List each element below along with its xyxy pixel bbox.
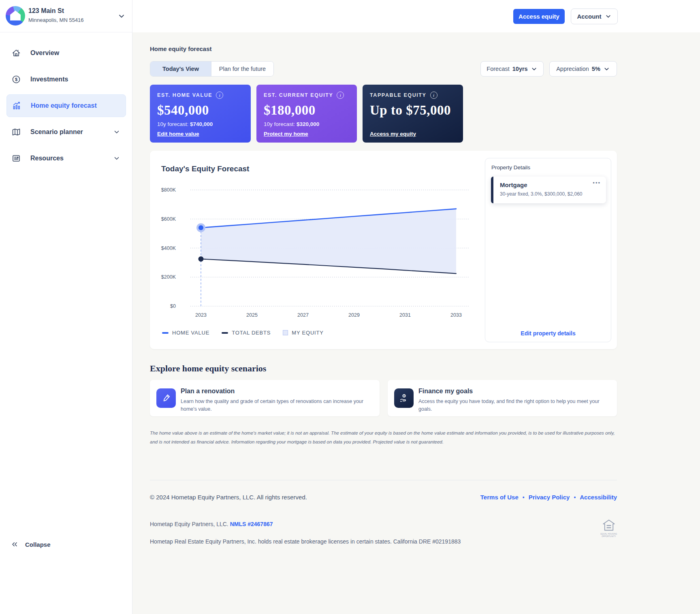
forecast-amount: $320,000 — [297, 121, 319, 127]
dot-separator: • — [523, 494, 525, 501]
est-current-equity-amount: $180,000 — [264, 103, 350, 118]
page-title: Home equity forecast — [150, 45, 212, 52]
sidebar-item-home-equity-forecast[interactable]: Home equity forecast — [6, 94, 126, 117]
account-menu-button[interactable]: Account — [571, 9, 618, 24]
eho-caption-1: EQUAL HOUSING — [600, 533, 618, 535]
scenario-title: Finance my goals — [418, 388, 473, 395]
mortgage-details: 30-year fixed, 3.0%, $300,000, $2,060 — [500, 191, 582, 197]
nmls-link[interactable]: NMLS #2467867 — [230, 521, 273, 527]
scenario-description: Learn how the quality and grade of certa… — [181, 398, 368, 414]
chevron-down-icon — [603, 66, 610, 72]
tappable-equity-amount: Up to $75,000 — [370, 103, 456, 118]
svg-text:$0: $0 — [170, 303, 176, 309]
sidebar-item-label: Investments — [30, 76, 68, 83]
forecast-caption: 10y forecast: — [264, 121, 295, 127]
tab-plan-for-the-future[interactable]: Plan for the future — [211, 62, 273, 76]
home-value-swatch — [162, 332, 169, 334]
collapse-label: Collapse — [25, 541, 51, 548]
privacy-policy-link[interactable]: Privacy Policy — [529, 494, 570, 501]
topbar: Access equity Account — [132, 0, 700, 32]
protect-my-home-link[interactable]: Protect my home — [264, 131, 308, 137]
total-debts-swatch — [222, 332, 228, 334]
svg-text:2027: 2027 — [297, 312, 309, 318]
tab-todays-view[interactable]: Today's View — [150, 62, 211, 76]
copyright-text: © 2024 Hometap Equity Partners, LLC. All… — [150, 494, 307, 501]
chevron-down-icon — [605, 13, 612, 20]
svg-text:$400K: $400K — [161, 245, 176, 251]
eho-caption-2: OPPORTUNITY — [600, 535, 618, 538]
tappable-equity-label: TAPPABLE EQUITY — [370, 92, 427, 98]
nmls-line: Hometap Equity Partners, LLC. NMLS #2467… — [150, 521, 273, 527]
chevrons-left-icon — [11, 540, 19, 548]
scenario-title: Plan a renovation — [181, 388, 235, 395]
info-icon[interactable]: i — [430, 92, 438, 99]
info-icon[interactable]: i — [216, 92, 223, 99]
property-selector[interactable]: 123 Main St Minneapolis, MN 55416 — [0, 0, 132, 32]
info-icon[interactable]: i — [337, 92, 344, 99]
dollar-circle-icon: $ — [11, 75, 21, 84]
forecast-value: 10yrs — [512, 66, 528, 72]
property-details-title: Property Details — [491, 164, 530, 171]
forecast-label: Forecast — [487, 66, 509, 72]
property-address-line1: 123 Main St — [28, 7, 64, 15]
sidebar-item-investments[interactable]: $ Investments — [6, 68, 126, 91]
brokerage-disclosure: Hometap Real Estate Equity Partners, Inc… — [150, 538, 461, 545]
svg-text:2029: 2029 — [348, 312, 360, 318]
sidebar-collapse-button[interactable]: Collapse — [11, 540, 51, 548]
chevron-down-icon[interactable] — [117, 12, 126, 22]
appreciation-label: Appreciation — [556, 66, 589, 72]
footer-links: Terms of Use • Privacy Policy • Accessib… — [480, 494, 617, 501]
est-current-equity-label: EST. CURRENT EQUITY — [264, 92, 333, 98]
legend-home-value: HOME VALUE — [162, 330, 209, 336]
sidebar-item-overview[interactable]: Overview — [6, 42, 126, 64]
svg-text:$800K: $800K — [161, 187, 176, 193]
access-equity-button[interactable]: Access equity — [513, 9, 565, 24]
edit-property-details-link[interactable]: Edit property details — [485, 330, 611, 337]
mortgage-title: Mortgage — [500, 181, 527, 188]
sidebar: 123 Main St Minneapolis, MN 55416 Overvi… — [0, 0, 132, 614]
plan-renovation-card[interactable]: Plan a renovation Learn how the quality … — [150, 380, 380, 416]
svg-text:2025: 2025 — [246, 312, 258, 318]
account-menu-label: Account — [577, 13, 602, 20]
nmls-prefix: Hometap Equity Partners, LLC. — [150, 521, 230, 527]
legend-my-equity: MY EQUITY — [283, 330, 323, 336]
accessibility-link[interactable]: Accessibility — [580, 494, 617, 501]
house-icon — [11, 48, 21, 58]
scenario-description: Access the equity you have today, and fi… — [418, 398, 606, 414]
equal-housing-logo: EQUAL HOUSING OPPORTUNITY — [600, 519, 618, 538]
sidebar-item-scenario-planner[interactable]: Scenario planner — [6, 121, 126, 143]
dot-separator: • — [574, 494, 576, 501]
mortgage-item[interactable]: Mortgage 30-year fixed, 3.0%, $300,000, … — [491, 177, 606, 203]
sidebar-item-label: Scenario planner — [30, 128, 83, 136]
sidebar-item-label: Home equity forecast — [31, 102, 97, 109]
equity-forecast-chart[interactable]: $0$200K$400K$600K$800K202320252027202920… — [157, 179, 477, 325]
edit-home-value-link[interactable]: Edit home value — [157, 131, 199, 137]
hometap-logo-icon — [6, 6, 25, 26]
terms-of-use-link[interactable]: Terms of Use — [480, 494, 519, 501]
forecast-caption: 10y forecast: — [157, 121, 188, 127]
access-my-equity-link[interactable]: Access my equity — [370, 131, 416, 137]
hand-coin-icon: $ — [394, 388, 414, 408]
sidebar-nav: Overview $ Investments Home equity forec… — [6, 42, 126, 173]
property-details-panel: Property Details Mortgage 30-year fixed,… — [485, 158, 611, 342]
equity-forecast-card: Today's Equity Forecast $0$200K$400K$600… — [150, 151, 617, 349]
svg-text:2033: 2033 — [450, 312, 462, 318]
bar-chart-trend-icon — [12, 101, 21, 111]
svg-text:$: $ — [15, 77, 17, 82]
chevron-down-icon — [113, 128, 120, 137]
chart-title: Today's Equity Forecast — [161, 164, 249, 173]
disclaimer-text: The home value above is an estimate of t… — [150, 429, 618, 447]
est-home-value-label: EST. HOME VALUE — [157, 92, 212, 98]
finance-goals-card[interactable]: $ Finance my goals Access the equity you… — [388, 380, 617, 416]
ellipsis-menu-icon[interactable]: ••• — [593, 180, 601, 186]
svg-text:2031: 2031 — [399, 312, 411, 318]
est-home-value-amount: $540,000 — [157, 103, 243, 118]
chevron-down-icon — [531, 66, 538, 72]
svg-text:$600K: $600K — [161, 216, 176, 222]
svg-text:$200K: $200K — [161, 274, 176, 280]
sidebar-item-resources[interactable]: Resources — [6, 147, 126, 170]
map-icon — [11, 127, 21, 137]
appreciation-dropdown[interactable]: Appreciation 5% — [549, 61, 617, 77]
forecast-dropdown[interactable]: Forecast 10yrs — [480, 61, 544, 77]
svg-text:2023: 2023 — [195, 312, 207, 318]
